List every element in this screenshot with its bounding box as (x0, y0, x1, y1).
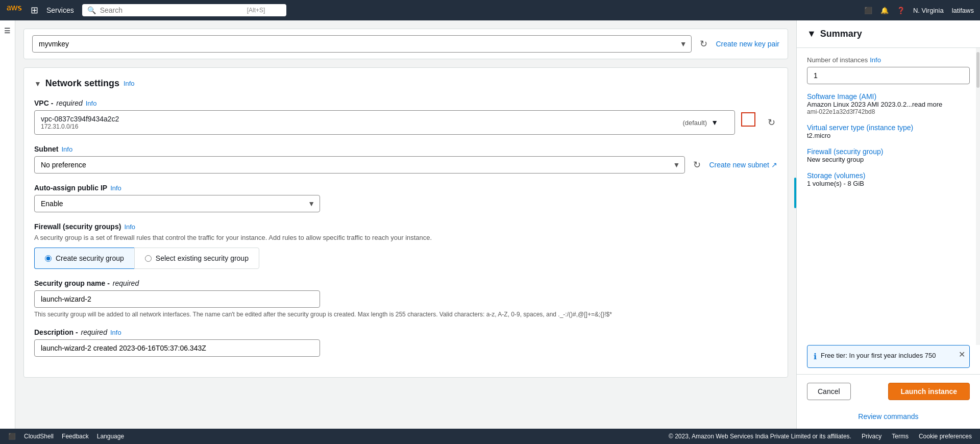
cancel-button[interactable]: Cancel (807, 383, 851, 400)
vpc-field-row: vpc-0837c394f9434a2c2 172.31.0.0/16 (def… (34, 110, 777, 135)
ami-label[interactable]: Software Image (AMI) (807, 92, 876, 101)
network-info-link[interactable]: Info (124, 80, 135, 87)
summary-title: Summary (820, 29, 862, 39)
user-menu[interactable]: latifaws (952, 7, 974, 14)
terms-link[interactable]: Terms (892, 433, 909, 440)
search-bar[interactable]: 🔍 [Alt+S] (82, 4, 286, 16)
network-settings-card: ▼ Network settings Info VPC - required I… (23, 67, 788, 378)
instances-label: Number of instances Info (807, 56, 970, 64)
scroll-indicator (794, 178, 796, 208)
cloudshell-label[interactable]: CloudShell (24, 433, 54, 440)
services-nav[interactable]: Services (46, 6, 74, 14)
vpc-edit-highlight[interactable] (741, 112, 755, 127)
instances-info-link[interactable]: Info (870, 56, 881, 64)
firewall-summary-label[interactable]: Firewall (security group) (807, 147, 883, 156)
content-area: myvmkey ▼ ↻ Create new key pair ▼ Networ… (15, 20, 796, 429)
ami-value: Amazon Linux 2023 AMI 2023.0.2...read mo… (807, 101, 970, 108)
description-label: Description - required Info (34, 328, 777, 336)
summary-scrollbar[interactable] (976, 48, 980, 345)
collapse-icon[interactable]: ▼ (34, 80, 41, 88)
region-selector[interactable]: N. Virginia (913, 7, 944, 14)
create-sg-option[interactable]: Create security group (34, 248, 134, 269)
description-info-link[interactable]: Info (110, 329, 121, 336)
select-sg-label: Select existing security group (156, 254, 249, 262)
sg-name-label: Security group name - required (34, 279, 777, 287)
search-input[interactable] (100, 6, 243, 14)
auto-assign-label: Auto-assign public IP Info (34, 184, 777, 192)
top-navigation: ⊞ Services 🔍 [Alt+S] ⬛ 🔔 ❓ N. Virginia l… (0, 0, 980, 20)
vpc-cidr: 172.31.0.0/16 (41, 123, 119, 130)
cookie-link[interactable]: Cookie preferences (919, 433, 972, 440)
vpc-info-link[interactable]: Info (86, 100, 97, 107)
vpc-default-label: (default) (682, 119, 707, 127)
subnet-field-row: No preference ▼ ↻ Create new subnet ↗ (34, 156, 777, 174)
subnet-label: Subnet Info (34, 145, 777, 153)
subnet-select-wrapper: No preference ▼ (34, 156, 685, 174)
auto-assign-info-link[interactable]: Info (110, 184, 121, 192)
key-pair-refresh-button[interactable]: ↻ (698, 36, 709, 52)
vpc-refresh-button[interactable]: ↻ (766, 115, 777, 130)
help-icon[interactable]: ❓ (897, 7, 905, 14)
vpc-id: vpc-0837c394f9434a2c2 (41, 115, 119, 123)
language-link[interactable]: Language (97, 433, 124, 440)
storage-value: 1 volume(s) - 8 GiB (807, 180, 970, 187)
firewall-radio-group: Create security group Select existing se… (34, 248, 777, 269)
free-tier-icon: ℹ (814, 352, 817, 361)
card-header: ▼ Network settings Info (34, 78, 777, 89)
instances-field: Number of instances Info (807, 56, 970, 84)
storage-label[interactable]: Storage (volumes) (807, 171, 865, 180)
select-sg-radio[interactable] (145, 255, 152, 262)
cloudshell-icon: ⬛ (8, 433, 16, 440)
bell-icon[interactable]: 🔔 (880, 7, 889, 14)
firewall-description: A security group is a set of firewall ru… (34, 234, 777, 241)
vpc-select-wrapper: vpc-0837c394f9434a2c2 172.31.0.0/16 (def… (34, 110, 735, 135)
aws-logo[interactable] (6, 2, 22, 18)
auto-assign-section: Auto-assign public IP Info Enable ▼ (34, 184, 777, 212)
launch-instance-button[interactable]: Launch instance (888, 383, 970, 400)
create-key-pair-link[interactable]: Create new key pair (716, 40, 779, 48)
copyright: © 2023, Amazon Web Services India Privat… (669, 433, 851, 440)
cloudshell-icon[interactable]: ⬛ (864, 7, 872, 14)
firewall-summary-value: New security group (807, 156, 970, 163)
description-input[interactable] (34, 339, 320, 357)
subnet-select[interactable]: No preference (34, 156, 685, 174)
vpc-label: VPC - required Info (34, 99, 777, 107)
firewall-summary-field: Firewall (security group) New security g… (807, 147, 970, 163)
card-title: Network settings (45, 78, 119, 89)
sg-name-input[interactable] (34, 290, 320, 308)
auto-assign-select-wrapper: Enable ▼ (34, 195, 320, 212)
create-sg-label: Create security group (56, 254, 124, 262)
create-sg-radio[interactable] (45, 255, 52, 262)
free-tier-close-button[interactable]: ✕ (959, 350, 965, 359)
select-sg-option[interactable]: Select existing security group (134, 248, 259, 269)
feedback-link[interactable]: Feedback (62, 433, 89, 440)
nav-right: ⬛ 🔔 ❓ N. Virginia latifaws (864, 7, 974, 14)
subnet-refresh-button[interactable]: ↻ (691, 157, 703, 172)
action-buttons: Cancel Launch instance (797, 374, 980, 408)
auto-assign-select[interactable]: Enable (34, 195, 320, 212)
firewall-section: Firewall (security groups) Info A securi… (34, 223, 777, 269)
summary-scrollbar-thumb (976, 52, 979, 88)
privacy-link[interactable]: Privacy (862, 433, 881, 440)
key-pair-select[interactable]: myvmkey (32, 35, 692, 53)
sg-name-help: This security group will be added to all… (34, 311, 777, 318)
grid-icon[interactable]: ⊞ (31, 5, 38, 16)
summary-collapse-icon[interactable]: ▼ (807, 29, 816, 39)
external-link-icon: ↗ (771, 161, 777, 169)
subnet-info-link[interactable]: Info (61, 145, 72, 153)
summary-header: ▼ Summary (797, 20, 980, 48)
review-commands-link[interactable]: Review commands (858, 412, 918, 421)
bottom-bar-right: © 2023, Amazon Web Services India Privat… (669, 433, 972, 440)
sidebar-toggle[interactable]: ☰ (0, 20, 15, 429)
vpc-select-display[interactable]: vpc-0837c394f9434a2c2 172.31.0.0/16 (def… (34, 110, 735, 135)
create-subnet-link[interactable]: Create new subnet ↗ (709, 161, 777, 169)
key-pair-section: myvmkey ▼ ↻ Create new key pair (23, 29, 788, 59)
firewall-info-link[interactable]: Info (124, 223, 135, 231)
description-section: Description - required Info (34, 328, 777, 357)
review-commands-container: Review commands (797, 412, 980, 429)
instances-input[interactable] (807, 67, 970, 84)
free-tier-banner: ℹ Free tier: In your first year includes… (807, 345, 970, 368)
instance-type-label[interactable]: Virtual server type (instance type) (807, 124, 913, 132)
vpc-section: VPC - required Info vpc-0837c394f9434a2c… (34, 99, 777, 135)
vpc-chevron: ▼ (711, 118, 718, 127)
